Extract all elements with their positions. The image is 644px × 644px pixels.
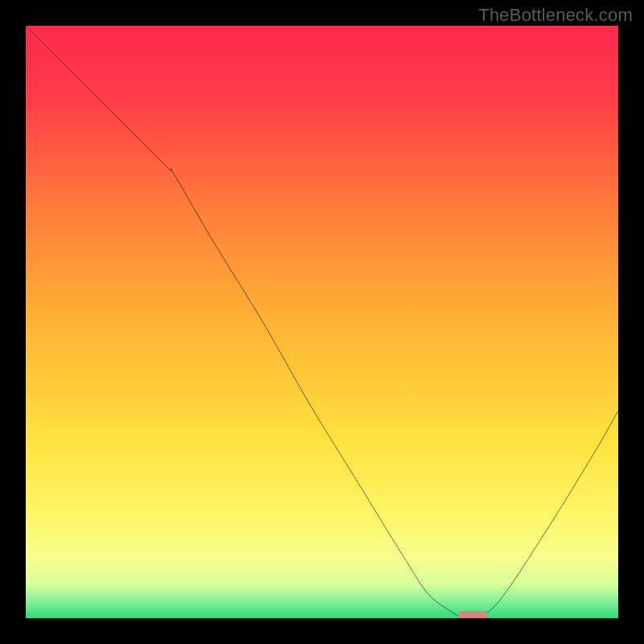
watermark-text: TheBottleneck.com bbox=[478, 5, 633, 26]
chart-frame bbox=[0, 0, 644, 644]
optimal-marker bbox=[458, 611, 488, 618]
plot-area bbox=[26, 26, 618, 618]
bottleneck-curve bbox=[26, 26, 618, 618]
